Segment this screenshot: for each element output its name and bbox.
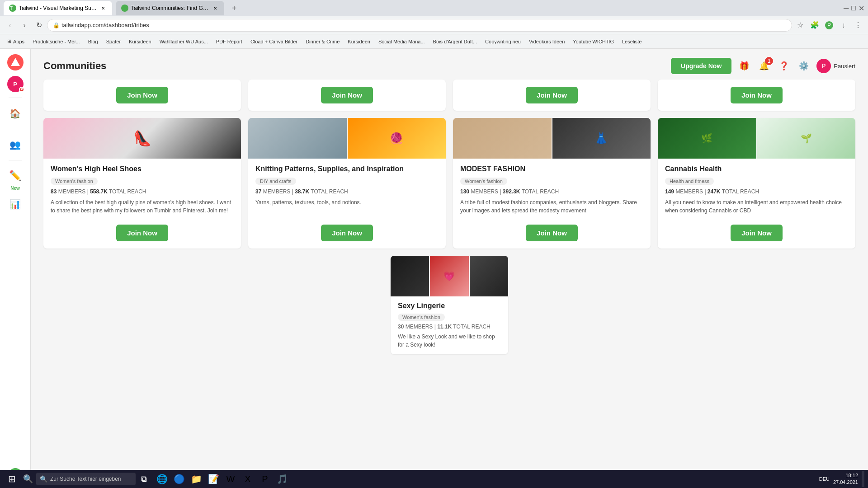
sidebar-divider-3 bbox=[9, 160, 22, 160]
taskbar-office[interactable]: 📝 bbox=[205, 471, 222, 487]
extensions-icon[interactable]: 🧩 bbox=[808, 19, 821, 32]
tab-2-close[interactable]: ✕ bbox=[212, 5, 219, 12]
card-3-body: MODEST FASHION Women's fashion 130 MEMBE… bbox=[453, 159, 651, 221]
bookmark-pdf[interactable]: PDF Report bbox=[212, 36, 246, 47]
sidebar-item-new[interactable]: ✏️ New bbox=[5, 166, 25, 191]
card-4-join-button[interactable]: Join Now bbox=[731, 225, 783, 241]
taskbar-time-display: 18:12 27.04.2021 bbox=[833, 472, 858, 486]
refresh-button[interactable]: ↻ bbox=[33, 19, 45, 32]
bottom-card: 💗 Sexy Lingerie Women's fashion 30 MEMBE… bbox=[391, 256, 508, 354]
bookmark-blog[interactable]: Blog bbox=[85, 36, 102, 47]
bookmark-star-icon[interactable]: ☆ bbox=[794, 19, 807, 32]
notification-button[interactable]: 🎁 bbox=[737, 59, 751, 73]
taskbar-language: DEU bbox=[819, 476, 830, 482]
bookmark-leseliste[interactable]: Leseliste bbox=[618, 36, 645, 47]
start-button[interactable]: ⊞ bbox=[4, 471, 20, 487]
app-logo[interactable] bbox=[7, 54, 24, 70]
user-menu[interactable]: P Pausiert bbox=[816, 59, 855, 73]
settings-icon[interactable]: ⋮ bbox=[852, 19, 864, 32]
bookmark-spaeter[interactable]: Später bbox=[103, 36, 124, 47]
card-4-body: Cannabis Health Health and fitness 149 M… bbox=[658, 159, 855, 221]
new-icon: ✏️ bbox=[5, 166, 25, 186]
header-icons: Upgrade Now 🎁 🔔 1 ❓ ⚙️ P Pausiert bbox=[671, 58, 855, 74]
back-button[interactable]: ‹ bbox=[4, 19, 16, 32]
card-1-title: Women's High Heel Shoes bbox=[51, 165, 234, 173]
tab-2[interactable]: Tailwind Communities: Find Gre... ✕ bbox=[116, 1, 224, 15]
taskbar-edge[interactable]: 🌐 bbox=[154, 471, 170, 487]
sidebar: P ❤ 🏠 👥 ✏️ New 📊 ? bbox=[0, 49, 31, 488]
sidebar-item-people[interactable]: 👥 bbox=[5, 135, 25, 155]
page-header: Communities Upgrade Now 🎁 🔔 1 ❓ ⚙️ bbox=[31, 49, 868, 80]
top-card-1: Join Now bbox=[43, 80, 241, 111]
bottom-card-img-2: 💗 bbox=[430, 256, 468, 296]
task-view-button[interactable]: ⧉ bbox=[137, 473, 150, 485]
card-4-title: Cannabis Health bbox=[665, 165, 848, 173]
bookmark-social[interactable]: Social Media Mana... bbox=[375, 36, 429, 47]
bookmark-bois[interactable]: Bois d'Argent Duft... bbox=[429, 36, 481, 47]
tab-1[interactable]: T Tailwind - Visual Marketing Suite: ...… bbox=[4, 1, 112, 15]
settings-header-button[interactable]: ⚙️ bbox=[797, 59, 811, 73]
maximize-button[interactable]: □ bbox=[851, 4, 856, 12]
taskbar-chrome[interactable]: 🔵 bbox=[171, 471, 187, 487]
bookmark-youtube[interactable]: Youtube WICHTIG bbox=[569, 36, 618, 47]
card-3-join-button[interactable]: Join Now bbox=[526, 225, 578, 241]
card-2-body: Knitting Patterns, Supplies, and Inspira… bbox=[248, 159, 446, 221]
card-2-title: Knitting Patterns, Supplies, and Inspira… bbox=[255, 165, 439, 173]
card-4-stats: 149 MEMBERS | 247K TOTAL REACH bbox=[665, 188, 848, 195]
card-1-join-button[interactable]: Join Now bbox=[116, 225, 168, 241]
top-join-button-2[interactable]: Join Now bbox=[321, 87, 373, 103]
taskbar-spotify[interactable]: 🎵 bbox=[274, 471, 290, 487]
bookmark-dinner[interactable]: Dinner & Crime bbox=[302, 36, 343, 47]
new-tab-button[interactable]: + bbox=[228, 2, 241, 14]
user-avatar[interactable]: P ❤ bbox=[7, 76, 24, 92]
card-4-image-right: 🌱 bbox=[757, 118, 856, 159]
card-4-footer: Join Now bbox=[658, 221, 855, 249]
taskbar-powerpoint[interactable]: P bbox=[257, 471, 273, 487]
sidebar-divider-2 bbox=[9, 129, 22, 129]
community-card-3: 👗 MODEST FASHION Women's fashion 130 MEM… bbox=[453, 118, 651, 249]
bottom-card-img-1 bbox=[391, 256, 429, 296]
card-3-badge: Women's fashion bbox=[460, 178, 507, 185]
search-taskbar-icon[interactable]: 🔍 bbox=[22, 473, 34, 485]
sidebar-item-home[interactable]: 🏠 bbox=[5, 103, 25, 123]
tab-1-close[interactable]: ✕ bbox=[99, 5, 107, 12]
taskbar-excel[interactable]: X bbox=[240, 471, 256, 487]
close-button[interactable]: ✕ bbox=[859, 4, 864, 13]
bookmark-kursideen2[interactable]: Kursideen bbox=[344, 36, 374, 47]
bookmark-apps[interactable]: ⊞ Apps bbox=[4, 36, 28, 47]
sidebar-item-analytics[interactable]: 📊 bbox=[5, 194, 25, 214]
forward-button[interactable]: › bbox=[18, 19, 31, 32]
bookmark-canva[interactable]: Cload + Canva Bilder bbox=[247, 36, 301, 47]
community-cards-grid: 👠 Women's High Heel Shoes Women's fashio… bbox=[31, 118, 868, 256]
upgrade-button[interactable]: Upgrade Now bbox=[671, 58, 731, 74]
address-text: tailwindapp.com/dashboard/tribes bbox=[61, 22, 149, 28]
bookmark-kursideen1[interactable]: Kursideen bbox=[125, 36, 155, 47]
card-4-desc: All you need to know to make an intellig… bbox=[665, 198, 848, 215]
card-2-footer: Join Now bbox=[248, 221, 446, 249]
bookmark-copywriting[interactable]: Copywriting neu bbox=[481, 36, 524, 47]
bookmark-wahlfaecher[interactable]: Wahlfächer WU Aus... bbox=[156, 36, 212, 47]
top-join-button-4[interactable]: Join Now bbox=[731, 87, 783, 103]
card-2-join-button[interactable]: Join Now bbox=[321, 225, 373, 241]
show-desktop-button[interactable] bbox=[862, 471, 864, 487]
taskbar-search[interactable]: 🔍 Zur Suche Text hier eingeben bbox=[36, 473, 136, 485]
bookmark-produktsuche[interactable]: Produktsuche - Mer... bbox=[29, 36, 84, 47]
minimize-button[interactable]: ─ bbox=[844, 4, 849, 12]
bookmark-videokurs[interactable]: Videokurs Ideen bbox=[525, 36, 568, 47]
profile-icon[interactable]: P bbox=[823, 19, 835, 32]
tab-2-title: Tailwind Communities: Find Gre... bbox=[131, 5, 209, 11]
taskbar-word[interactable]: W bbox=[222, 471, 239, 487]
tab-1-favicon: T bbox=[9, 5, 16, 12]
taskbar-search-icon: 🔍 bbox=[40, 475, 47, 483]
taskbar-explorer[interactable]: 📁 bbox=[188, 471, 204, 487]
top-join-button-3[interactable]: Join Now bbox=[526, 87, 578, 103]
card-4-image: 🌿 🌱 bbox=[658, 118, 855, 159]
top-join-button-1[interactable]: Join Now bbox=[116, 87, 168, 103]
sync-icon[interactable]: ↓ bbox=[837, 19, 850, 32]
card-2-desc: Yarns, patterns, textures, tools, and no… bbox=[255, 198, 439, 215]
user-name: Pausiert bbox=[834, 63, 855, 70]
help-header-button[interactable]: ❓ bbox=[777, 59, 791, 73]
address-bar[interactable]: 🔒 tailwindapp.com/dashboard/tribes bbox=[47, 19, 792, 32]
bottom-card-body: Sexy Lingerie Women's fashion 30 MEMBERS… bbox=[391, 296, 508, 354]
header-avatar: P bbox=[816, 59, 831, 73]
